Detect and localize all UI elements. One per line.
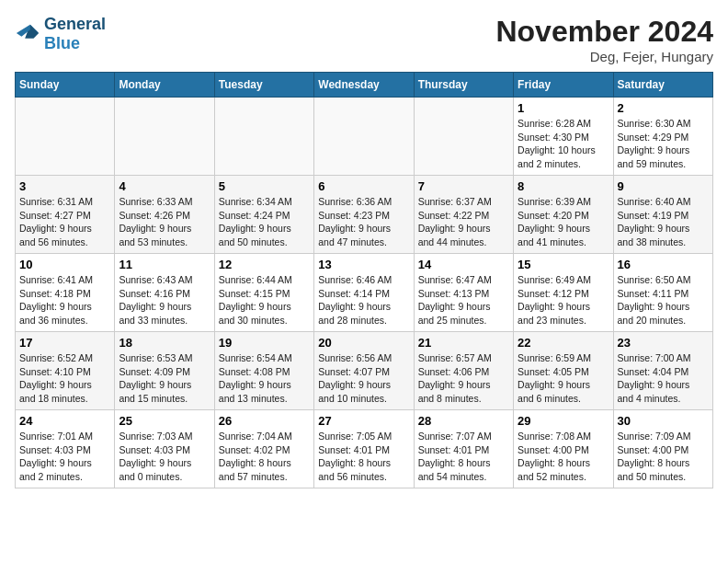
calendar-cell	[16, 98, 115, 176]
day-number: 19	[219, 336, 310, 350]
calendar-cell: 7Sunrise: 6:37 AM Sunset: 4:22 PM Daylig…	[414, 176, 513, 254]
day-number: 23	[618, 336, 709, 350]
day-info: Sunrise: 6:44 AM Sunset: 4:15 PM Dayligh…	[219, 273, 310, 327]
calendar-cell: 27Sunrise: 7:05 AM Sunset: 4:01 PM Dayli…	[314, 410, 414, 488]
location: Deg, Fejer, Hungary	[495, 49, 713, 64]
day-number: 5	[219, 179, 310, 193]
calendar-cell: 14Sunrise: 6:47 AM Sunset: 4:13 PM Dayli…	[414, 254, 513, 332]
day-number: 9	[618, 179, 709, 193]
weekday-header: Wednesday	[314, 73, 414, 98]
day-number: 17	[19, 336, 110, 350]
logo-icon	[15, 21, 40, 47]
calendar-week-row: 24Sunrise: 7:01 AM Sunset: 4:03 PM Dayli…	[16, 410, 713, 488]
day-info: Sunrise: 6:41 AM Sunset: 4:18 PM Dayligh…	[19, 273, 110, 327]
calendar-cell: 3Sunrise: 6:31 AM Sunset: 4:27 PM Daylig…	[16, 176, 115, 254]
day-info: Sunrise: 7:04 AM Sunset: 4:02 PM Dayligh…	[219, 430, 310, 484]
calendar-cell: 20Sunrise: 6:56 AM Sunset: 4:07 PM Dayli…	[314, 332, 414, 410]
day-info: Sunrise: 6:59 AM Sunset: 4:05 PM Dayligh…	[518, 351, 609, 406]
page-header: General Blue November 2024 Deg, Fejer, H…	[15, 15, 713, 64]
calendar-cell: 21Sunrise: 6:57 AM Sunset: 4:06 PM Dayli…	[414, 332, 513, 410]
day-info: Sunrise: 6:34 AM Sunset: 4:24 PM Dayligh…	[219, 195, 310, 249]
calendar-cell	[414, 98, 513, 176]
day-info: Sunrise: 6:37 AM Sunset: 4:22 PM Dayligh…	[418, 195, 509, 249]
calendar-cell: 9Sunrise: 6:40 AM Sunset: 4:19 PM Daylig…	[613, 176, 712, 254]
weekday-header: Monday	[115, 73, 214, 98]
day-number: 4	[119, 179, 210, 193]
day-number: 25	[119, 414, 210, 428]
calendar-week-row: 10Sunrise: 6:41 AM Sunset: 4:18 PM Dayli…	[16, 254, 713, 332]
calendar-cell: 2Sunrise: 6:30 AM Sunset: 4:29 PM Daylig…	[613, 98, 712, 176]
calendar-week-row: 3Sunrise: 6:31 AM Sunset: 4:27 PM Daylig…	[16, 176, 713, 254]
calendar-cell: 28Sunrise: 7:07 AM Sunset: 4:01 PM Dayli…	[414, 410, 513, 488]
calendar-cell: 30Sunrise: 7:09 AM Sunset: 4:00 PM Dayli…	[613, 410, 712, 488]
calendar-cell: 10Sunrise: 6:41 AM Sunset: 4:18 PM Dayli…	[16, 254, 115, 332]
day-info: Sunrise: 6:30 AM Sunset: 4:29 PM Dayligh…	[618, 117, 709, 171]
day-number: 27	[318, 414, 409, 428]
day-number: 2	[618, 101, 709, 115]
day-info: Sunrise: 6:43 AM Sunset: 4:16 PM Dayligh…	[119, 273, 210, 327]
calendar-cell: 26Sunrise: 7:04 AM Sunset: 4:02 PM Dayli…	[214, 410, 313, 488]
calendar-cell	[115, 98, 214, 176]
day-number: 10	[19, 258, 110, 271]
day-info: Sunrise: 6:36 AM Sunset: 4:23 PM Dayligh…	[318, 195, 409, 249]
day-number: 7	[418, 179, 509, 193]
day-info: Sunrise: 6:28 AM Sunset: 4:30 PM Dayligh…	[518, 117, 609, 171]
calendar-cell: 12Sunrise: 6:44 AM Sunset: 4:15 PM Dayli…	[214, 254, 313, 332]
day-info: Sunrise: 6:49 AM Sunset: 4:12 PM Dayligh…	[518, 273, 609, 327]
weekday-row: SundayMondayTuesdayWednesdayThursdayFrid…	[16, 73, 713, 98]
day-info: Sunrise: 6:31 AM Sunset: 4:27 PM Dayligh…	[19, 195, 110, 249]
calendar-table: SundayMondayTuesdayWednesdayThursdayFrid…	[15, 72, 713, 488]
day-number: 14	[418, 258, 509, 271]
day-info: Sunrise: 6:46 AM Sunset: 4:14 PM Dayligh…	[318, 273, 409, 327]
title-block: November 2024 Deg, Fejer, Hungary	[495, 15, 713, 64]
logo: General Blue	[15, 15, 106, 53]
calendar-cell: 25Sunrise: 7:03 AM Sunset: 4:03 PM Dayli…	[115, 410, 214, 488]
calendar-cell	[214, 98, 313, 176]
day-info: Sunrise: 7:08 AM Sunset: 4:00 PM Dayligh…	[518, 430, 609, 484]
day-info: Sunrise: 6:57 AM Sunset: 4:06 PM Dayligh…	[418, 351, 509, 406]
calendar-cell: 29Sunrise: 7:08 AM Sunset: 4:00 PM Dayli…	[514, 410, 613, 488]
calendar-cell: 4Sunrise: 6:33 AM Sunset: 4:26 PM Daylig…	[115, 176, 214, 254]
day-info: Sunrise: 7:05 AM Sunset: 4:01 PM Dayligh…	[318, 430, 409, 484]
day-number: 30	[618, 414, 709, 428]
day-info: Sunrise: 6:39 AM Sunset: 4:20 PM Dayligh…	[518, 195, 609, 249]
day-number: 6	[318, 179, 409, 193]
calendar-cell: 8Sunrise: 6:39 AM Sunset: 4:20 PM Daylig…	[514, 176, 613, 254]
weekday-header: Saturday	[613, 73, 712, 98]
calendar-cell: 1Sunrise: 6:28 AM Sunset: 4:30 PM Daylig…	[514, 98, 613, 176]
day-info: Sunrise: 6:56 AM Sunset: 4:07 PM Dayligh…	[318, 351, 409, 406]
calendar-cell: 16Sunrise: 6:50 AM Sunset: 4:11 PM Dayli…	[613, 254, 712, 332]
calendar-cell: 24Sunrise: 7:01 AM Sunset: 4:03 PM Dayli…	[16, 410, 115, 488]
day-number: 22	[518, 336, 609, 350]
day-info: Sunrise: 6:47 AM Sunset: 4:13 PM Dayligh…	[418, 273, 509, 327]
day-number: 11	[119, 258, 210, 271]
day-info: Sunrise: 6:50 AM Sunset: 4:11 PM Dayligh…	[618, 273, 709, 327]
weekday-header: Sunday	[16, 73, 115, 98]
day-number: 21	[418, 336, 509, 350]
calendar-cell: 5Sunrise: 6:34 AM Sunset: 4:24 PM Daylig…	[214, 176, 313, 254]
calendar-cell: 18Sunrise: 6:53 AM Sunset: 4:09 PM Dayli…	[115, 332, 214, 410]
day-info: Sunrise: 7:00 AM Sunset: 4:04 PM Dayligh…	[618, 351, 709, 406]
calendar-cell: 23Sunrise: 7:00 AM Sunset: 4:04 PM Dayli…	[613, 332, 712, 410]
day-number: 20	[318, 336, 409, 350]
day-number: 18	[119, 336, 210, 350]
day-number: 28	[418, 414, 509, 428]
calendar-cell: 15Sunrise: 6:49 AM Sunset: 4:12 PM Dayli…	[514, 254, 613, 332]
day-number: 8	[518, 179, 609, 193]
calendar-header: SundayMondayTuesdayWednesdayThursdayFrid…	[16, 73, 713, 98]
day-number: 26	[219, 414, 310, 428]
day-number: 13	[318, 258, 409, 271]
day-info: Sunrise: 6:52 AM Sunset: 4:10 PM Dayligh…	[19, 351, 110, 406]
day-number: 1	[518, 101, 609, 115]
calendar-week-row: 17Sunrise: 6:52 AM Sunset: 4:10 PM Dayli…	[16, 332, 713, 410]
calendar-cell: 19Sunrise: 6:54 AM Sunset: 4:08 PM Dayli…	[214, 332, 313, 410]
logo-text: General Blue	[44, 15, 106, 53]
calendar-week-row: 1Sunrise: 6:28 AM Sunset: 4:30 PM Daylig…	[16, 98, 713, 176]
day-number: 15	[518, 258, 609, 271]
day-number: 24	[19, 414, 110, 428]
day-number: 3	[19, 179, 110, 193]
weekday-header: Tuesday	[214, 73, 313, 98]
calendar-body: 1Sunrise: 6:28 AM Sunset: 4:30 PM Daylig…	[16, 98, 713, 488]
calendar-cell: 6Sunrise: 6:36 AM Sunset: 4:23 PM Daylig…	[314, 176, 414, 254]
calendar-cell: 22Sunrise: 6:59 AM Sunset: 4:05 PM Dayli…	[514, 332, 613, 410]
